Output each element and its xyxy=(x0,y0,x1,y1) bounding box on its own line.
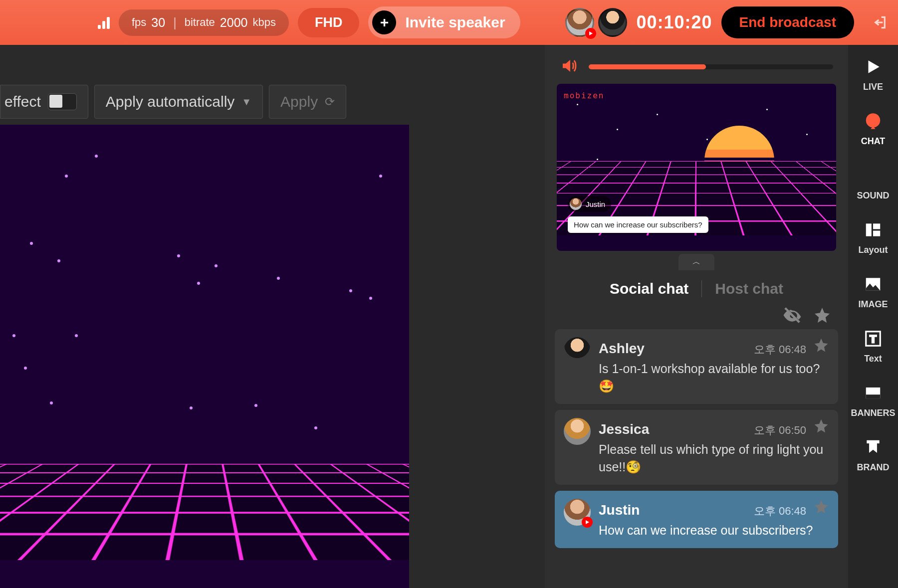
bitrate-unit: kbps xyxy=(252,16,275,29)
end-broadcast-button[interactable]: End broadcast xyxy=(721,6,854,38)
preview-comment-bubble: How can we increase our subscribers? xyxy=(568,216,708,233)
chat-message[interactable]: Justin 오후 06:48 How can we increase our … xyxy=(555,491,838,548)
chat-tabs: Social chat Host chat xyxy=(545,277,848,300)
svg-rect-1 xyxy=(866,223,872,236)
svg-rect-3 xyxy=(873,231,880,236)
star-icon[interactable] xyxy=(812,305,832,325)
rail-item-image[interactable]: IMAGE xyxy=(858,273,888,310)
stage-background xyxy=(0,125,409,588)
rail-item-banners[interactable]: BANNERS xyxy=(851,382,895,418)
layout-icon xyxy=(862,219,884,241)
collapse-preview-button[interactable]: ︿ xyxy=(678,254,714,270)
brand-icon xyxy=(862,436,884,458)
fps-value: 30 xyxy=(151,15,165,30)
tab-social-chat[interactable]: Social chat xyxy=(597,277,701,300)
svg-rect-7 xyxy=(866,394,881,398)
svg-rect-8 xyxy=(867,440,879,443)
chat-timestamp: 오후 06:50 xyxy=(754,423,806,438)
rail-item-live[interactable]: LIVE xyxy=(862,56,884,92)
volume-icon[interactable] xyxy=(560,57,578,77)
music-icon xyxy=(862,165,884,187)
chat-panel: mobizen Justin How can we increase our s… xyxy=(545,45,848,588)
tab-host-chat[interactable]: Host chat xyxy=(702,277,796,300)
banner-icon xyxy=(862,382,884,404)
toggle-icon xyxy=(48,93,77,110)
chat-timestamp: 오후 06:48 xyxy=(754,504,806,519)
chevron-down-icon: ▼ xyxy=(241,96,251,108)
apply-button[interactable]: Apply ⟳ xyxy=(269,85,346,119)
fps-label: fps xyxy=(132,16,146,29)
star-icon[interactable] xyxy=(813,418,829,434)
plus-icon: + xyxy=(372,10,396,34)
signal-icon xyxy=(98,16,110,29)
chat-message-list: Ashley 오후 06:48 Is 1-on-1 workshop avail… xyxy=(545,329,848,588)
chevron-up-icon: ︿ xyxy=(692,257,700,266)
chat-avatar xyxy=(564,418,591,445)
rail-item-layout[interactable]: Layout xyxy=(858,219,888,255)
star-icon[interactable] xyxy=(813,337,829,353)
chat-avatar xyxy=(564,337,591,364)
youtube-badge-icon xyxy=(582,517,593,528)
visibility-off-icon[interactable] xyxy=(782,305,802,325)
participant-avatar[interactable] xyxy=(565,8,594,37)
svg-rect-2 xyxy=(873,223,880,229)
chat-username: Jessica xyxy=(599,421,649,437)
chat-username: Justin xyxy=(599,502,640,518)
volume-fill xyxy=(589,64,706,69)
effect-toggle[interactable]: effect xyxy=(0,85,88,119)
rail-item-sound[interactable]: SOUND xyxy=(857,165,889,201)
rail-item-brand[interactable]: BRAND xyxy=(857,436,890,473)
chat-text: Is 1-on-1 workshop available for us too?… xyxy=(599,360,829,395)
chat-username: Ashley xyxy=(599,341,645,357)
stream-metrics: fps 30 | bitrate 2000 kbps xyxy=(119,9,289,36)
chat-message[interactable]: Jessica 오후 06:50 Please tell us which ty… xyxy=(555,410,838,485)
broadcast-timer: 00:10:20 xyxy=(636,12,712,33)
play-icon xyxy=(862,56,884,78)
image-icon xyxy=(862,273,884,295)
chat-timestamp: 오후 06:48 xyxy=(754,342,806,357)
stream-preview[interactable]: mobizen Justin How can we increase our s… xyxy=(557,84,836,251)
chat-text: How can we increase our subscribers? xyxy=(599,522,829,539)
chat-message[interactable]: Ashley 오후 06:48 Is 1-on-1 workshop avail… xyxy=(555,329,838,404)
star-icon[interactable] xyxy=(813,499,829,515)
youtube-badge-icon xyxy=(585,28,596,39)
right-rail: LIVE CHAT SOUND Layout IMAGE Text BANNER… xyxy=(848,45,898,588)
quality-badge[interactable]: FHD xyxy=(298,8,360,37)
svg-point-0 xyxy=(866,113,881,128)
participant-avatars xyxy=(565,8,627,37)
bitrate-value: 2000 xyxy=(220,15,248,30)
rail-item-text[interactable]: Text xyxy=(862,328,884,364)
exit-icon[interactable] xyxy=(872,14,888,30)
preview-user-chip: Justin xyxy=(568,196,611,212)
chat-icon xyxy=(862,110,884,132)
invite-speaker-button[interactable]: + Invite speaker xyxy=(368,6,520,38)
stage-toolbar: effect Apply automatically ▼ Apply ⟳ xyxy=(0,85,535,119)
refresh-icon: ⟳ xyxy=(325,95,335,109)
chat-text: Please tell us which type of ring light … xyxy=(599,441,829,476)
top-bar: fps 30 | bitrate 2000 kbps FHD + Invite … xyxy=(0,0,898,45)
text-icon xyxy=(862,328,884,350)
bitrate-label: bitrate xyxy=(185,16,215,29)
participant-avatar[interactable] xyxy=(598,8,627,37)
volume-slider[interactable] xyxy=(589,64,833,69)
rail-item-chat[interactable]: CHAT xyxy=(861,110,886,147)
stage-canvas: effect Apply automatically ▼ Apply ⟳ xyxy=(0,45,545,588)
chat-avatar xyxy=(564,499,591,526)
apply-automatically-dropdown[interactable]: Apply automatically ▼ xyxy=(94,85,263,119)
preview-brand-label: mobizen xyxy=(564,91,604,100)
